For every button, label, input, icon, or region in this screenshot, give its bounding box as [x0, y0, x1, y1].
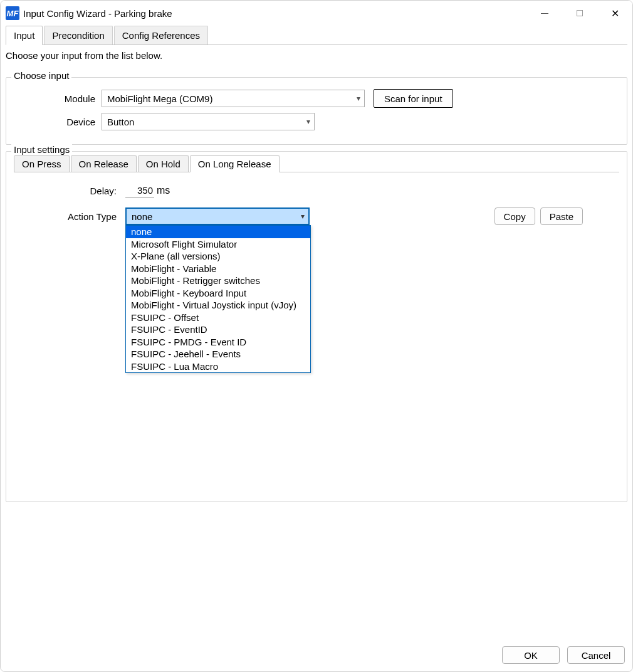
tab-precondition[interactable]: Precondition	[44, 26, 112, 45]
option-mf-retrigger[interactable]: MobiFlight - Retrigger switches	[126, 275, 310, 287]
option-mf-keyboard[interactable]: MobiFlight - Keyboard Input	[126, 287, 310, 300]
chevron-down-icon: ▾	[301, 212, 305, 221]
chevron-down-icon: ▾	[357, 94, 360, 103]
option-fsuipc-offset[interactable]: FSUIPC - Offset	[126, 312, 310, 324]
main-tabs: Input Precondition Config References	[6, 26, 627, 45]
option-mf-vjoy[interactable]: MobiFlight - Virtual Joystick input (vJo…	[126, 299, 310, 312]
close-icon: ✕	[611, 8, 619, 19]
delay-row: Delay: ms	[19, 184, 614, 197]
action-type-combobox[interactable]: none ▾	[125, 207, 310, 225]
option-none[interactable]: none	[126, 226, 310, 238]
on-long-release-panel: Delay: ms Action Type none ▾ Copy Paste	[14, 172, 619, 485]
minimize-button[interactable]	[527, 1, 562, 26]
option-fsuipc-eventid[interactable]: FSUIPC - EventID	[126, 323, 310, 336]
delay-label: Delay:	[19, 186, 125, 196]
delay-unit: ms	[157, 185, 170, 196]
option-mf-variable[interactable]: MobiFlight - Variable	[126, 263, 310, 275]
maximize-icon	[577, 10, 583, 16]
device-value: Button	[107, 117, 134, 127]
tab-on-hold[interactable]: On Hold	[138, 155, 189, 172]
option-fsuipc-lua[interactable]: FSUIPC - Lua Macro	[126, 360, 310, 373]
tab-input[interactable]: Input	[6, 26, 43, 45]
scan-for-input-button[interactable]: Scan for input	[374, 89, 453, 108]
window-title: Input Config Wizard - Parking brake	[23, 8, 172, 19]
input-settings-tabs: On Press On Release On Hold On Long Rele…	[14, 155, 619, 172]
window: MF Input Config Wizard - Parking brake ✕…	[0, 0, 633, 672]
ok-button[interactable]: OK	[502, 646, 560, 664]
maximize-button[interactable]	[562, 1, 597, 26]
copy-button[interactable]: Copy	[494, 207, 535, 225]
cancel-button[interactable]: Cancel	[567, 646, 625, 664]
paste-button[interactable]: Paste	[540, 207, 583, 225]
action-type-row: Action Type none ▾ Copy Paste none Micro…	[19, 207, 614, 225]
option-fsuipc-pmdg[interactable]: FSUIPC - PMDG - Event ID	[126, 336, 310, 349]
chevron-down-icon: ▾	[306, 117, 310, 126]
footer: OK Cancel	[1, 640, 632, 671]
body: Input Precondition Config References Cho…	[1, 26, 632, 640]
tab-content: Choose your input from the list below. C…	[6, 45, 627, 640]
tab-on-long-release[interactable]: On Long Release	[190, 155, 280, 172]
choose-input-group: Choose input Module MobiFlight Mega (COM…	[6, 77, 627, 145]
module-label: Module	[14, 93, 102, 104]
option-msfs[interactable]: Microsoft Flight Simulator	[126, 238, 310, 251]
action-type-label: Action Type	[19, 211, 125, 222]
input-settings-group: Input settings On Press On Release On Ho…	[6, 151, 627, 502]
instruction-text: Choose your input from the list below.	[6, 45, 627, 71]
minimize-icon	[541, 13, 548, 14]
action-type-dropdown[interactable]: none Microsoft Flight Simulator X-Plane …	[125, 225, 311, 373]
delay-input[interactable]	[125, 184, 154, 197]
input-settings-legend: Input settings	[11, 144, 72, 155]
action-type-value: none	[132, 211, 152, 222]
choose-input-legend: Choose input	[11, 70, 71, 81]
option-fsuipc-jeehell[interactable]: FSUIPC - Jeehell - Events	[126, 348, 310, 360]
device-combobox[interactable]: Button ▾	[102, 113, 315, 130]
tab-on-release[interactable]: On Release	[71, 155, 137, 172]
tab-on-press[interactable]: On Press	[14, 155, 70, 172]
option-xplane[interactable]: X-Plane (all versions)	[126, 250, 310, 263]
module-combobox[interactable]: MobiFlight Mega (COM9) ▾	[102, 90, 365, 107]
close-button[interactable]: ✕	[597, 1, 632, 26]
titlebar: MF Input Config Wizard - Parking brake ✕	[1, 1, 632, 26]
device-label: Device	[14, 117, 102, 127]
tab-config-references[interactable]: Config References	[114, 26, 208, 45]
app-icon: MF	[6, 6, 19, 20]
module-value: MobiFlight Mega (COM9)	[107, 93, 212, 104]
